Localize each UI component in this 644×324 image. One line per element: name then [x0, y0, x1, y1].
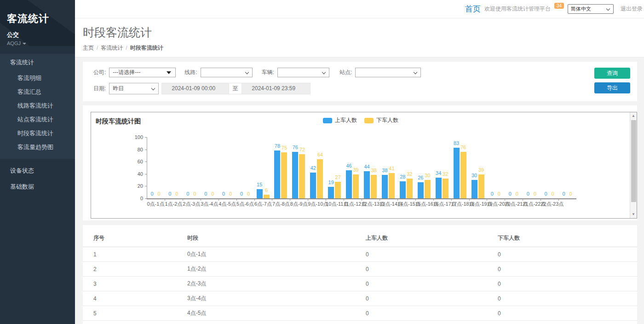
- legend-item-1[interactable]: 下车人数: [364, 116, 398, 124]
- x-axis-category-label: 19点-20点: [487, 201, 505, 208]
- bar-上车人数-15[interactable]: [418, 182, 424, 198]
- sidebar-item-base-data[interactable]: 基础数据: [0, 175, 75, 191]
- date-preset-select[interactable]: 昨日: [109, 83, 159, 94]
- main-area: 首页 欢迎使用客流统计管理平台 34 简体中文 退出登录 时段客流统计 主页/客…: [75, 0, 644, 324]
- bar-下车人数-6[interactable]: [264, 195, 270, 198]
- legend-swatch: [364, 118, 374, 123]
- sidebar: 客流统计 公交 AQGJ 客流统计 客流明细客流汇总线路客流统计站点客流统计时段…: [0, 0, 75, 324]
- x-axis-category-label: 20点-21点: [505, 201, 523, 208]
- bar-上车人数-8[interactable]: [292, 152, 298, 198]
- table-cell: 0: [498, 262, 637, 277]
- home-link[interactable]: 首页: [465, 4, 481, 14]
- bar-上车人数-12[interactable]: [364, 171, 370, 198]
- y-axis-tick-label: 20: [125, 183, 143, 189]
- bar-下车人数-17[interactable]: [460, 152, 466, 198]
- table-cell: 3: [83, 277, 187, 291]
- bar-下车人数-13[interactable]: [389, 173, 395, 198]
- app-title: 客流统计: [7, 12, 75, 26]
- date-to-label: 至: [229, 83, 242, 94]
- bar-下车人数-12[interactable]: [371, 175, 377, 198]
- sidebar-submenu: 客流明细客流汇总线路客流统计站点客流统计时段客流统计客流量趋势图: [0, 71, 75, 154]
- table-cell: 4: [83, 291, 187, 306]
- bar-下车人数-7[interactable]: [281, 152, 287, 198]
- bar-上车人数-10[interactable]: [328, 187, 334, 198]
- content: 公司: ---请选择--- 线路: 车辆: 站点:: [75, 58, 644, 324]
- y-axis-tick-label: 60: [125, 159, 143, 164]
- sidebar-subitem-1[interactable]: 客流汇总: [0, 85, 75, 99]
- bar-上车人数-14[interactable]: [400, 181, 406, 198]
- x-axis-category-label: 6点-7点: [254, 201, 272, 208]
- bar-上车人数-16[interactable]: [436, 178, 442, 198]
- scroll-up-icon[interactable]: ▲: [630, 112, 637, 120]
- query-button[interactable]: 查询: [594, 68, 630, 79]
- topbar: 首页 欢迎使用客流统计管理平台 34 简体中文 退出登录: [75, 0, 644, 18]
- bar-上车人数-18[interactable]: [472, 180, 477, 198]
- date-label: 日期:: [93, 85, 106, 93]
- triangle-down-icon: [167, 71, 171, 74]
- bar-chart: 0204060801000点-1点001点-2点002点-3点003点-4点00…: [91, 124, 629, 216]
- scroll-down-icon[interactable]: ▼: [630, 211, 637, 218]
- sidebar-group-passenger-stats: 客流统计 客流明细客流汇总线路客流统计站点客流统计时段客流统计客流量趋势图: [0, 54, 75, 159]
- x-axis-category-label: 18点-19点: [469, 201, 487, 208]
- bar-下车人数-8[interactable]: [299, 154, 305, 198]
- bar-下车人数-11[interactable]: [353, 174, 359, 198]
- chart-scrollbar[interactable]: ▲ ▼: [630, 112, 637, 218]
- bar-下车人数-10[interactable]: [335, 182, 341, 198]
- bar-下车人数-15[interactable]: [425, 180, 431, 198]
- station-label: 站点:: [339, 69, 352, 76]
- bar-上车人数-9[interactable]: [310, 173, 316, 198]
- language-select[interactable]: 简体中文: [568, 4, 614, 14]
- scrollbar-thumb[interactable]: [631, 120, 636, 202]
- export-button[interactable]: 导出: [594, 82, 630, 93]
- table-cell: 0: [366, 291, 498, 306]
- notification-badge[interactable]: 34: [554, 3, 564, 9]
- table-cell: 5: [83, 306, 187, 321]
- date-from-input[interactable]: 2024-01-09 00:00: [161, 83, 229, 94]
- bar-上车人数-7[interactable]: [274, 150, 280, 198]
- bar-下车人数-16[interactable]: [443, 179, 448, 198]
- company-select[interactable]: ---请选择---: [109, 68, 176, 77]
- y-axis-tick: [145, 162, 147, 162]
- x-axis-category-label: 16点-17点: [433, 201, 451, 208]
- bar-下车人数-18[interactable]: [478, 174, 484, 198]
- sidebar-subitem-3[interactable]: 站点客流统计: [0, 113, 75, 127]
- legend-label: 下车人数: [376, 116, 398, 124]
- table-cell: 0: [498, 277, 637, 291]
- sidebar-subitem-0[interactable]: 客流明细: [0, 71, 75, 85]
- line-select[interactable]: [201, 68, 253, 77]
- sidebar-subitem-2[interactable]: 线路客流统计: [0, 99, 75, 113]
- table-row: 43点-4点00: [83, 291, 637, 306]
- breadcrumb-home[interactable]: 主页: [83, 45, 94, 51]
- company-label: 公司:: [93, 69, 106, 76]
- sidebar-subitem-5[interactable]: 客流量趋势图: [0, 140, 75, 154]
- bar-下车人数-9[interactable]: [317, 159, 323, 198]
- station-select[interactable]: [355, 68, 421, 77]
- table-row: 21点-2点00: [83, 262, 637, 277]
- chevron-down-icon: [245, 70, 248, 74]
- table-row: 65点-6点00: [83, 321, 637, 324]
- bar-下车人数-14[interactable]: [407, 179, 413, 198]
- bar-上车人数-13[interactable]: [382, 175, 388, 198]
- x-axis-category-label: 9点-10点: [308, 201, 326, 208]
- bar-上车人数-17[interactable]: [454, 148, 460, 198]
- org-code-dropdown[interactable]: AQGJ: [7, 40, 75, 46]
- sidebar-item-device-status[interactable]: 设备状态: [0, 159, 75, 175]
- y-axis-tick-label: 80: [125, 147, 143, 152]
- x-axis-category-label: 3点-4点: [201, 201, 218, 208]
- chart-panel: 时段车流统计图 上车人数下车人数 0204060801000点-1点001点-2…: [83, 105, 637, 220]
- chart-legend: 上车人数下车人数: [91, 116, 630, 124]
- vehicle-select[interactable]: [277, 68, 329, 77]
- legend-item-0[interactable]: 上车人数: [323, 116, 357, 124]
- x-axis-category-label: 11点-12点: [344, 201, 362, 208]
- date-to-input[interactable]: 2024-01-09 23:59: [242, 83, 310, 94]
- table-cell: 2点-3点: [187, 277, 366, 291]
- bar-value-label: 6: [259, 187, 273, 193]
- sidebar-item-passenger-stats[interactable]: 客流统计: [0, 54, 75, 71]
- caret-down-icon: [23, 43, 26, 45]
- bar-上车人数-11[interactable]: [346, 170, 352, 198]
- logout-link[interactable]: 退出登录: [621, 5, 643, 13]
- table-header-3: 下车人数: [498, 231, 637, 247]
- breadcrumb-section[interactable]: 客流统计: [101, 45, 123, 51]
- chevron-down-icon: [151, 87, 155, 90]
- sidebar-subitem-4-active[interactable]: 时段客流统计: [0, 127, 75, 140]
